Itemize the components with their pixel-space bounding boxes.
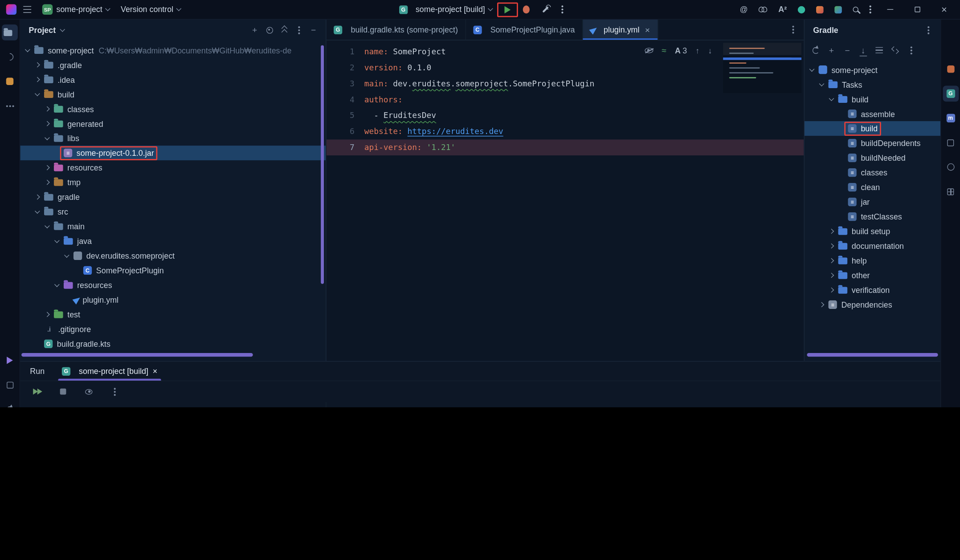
chevron-right-icon[interactable] — [829, 229, 834, 234]
project-tree-item-test[interactable]: test — [20, 307, 326, 322]
chevron-down-icon[interactable] — [819, 81, 825, 86]
chevron-right-icon[interactable] — [35, 62, 40, 68]
chevron-right-icon[interactable] — [829, 273, 834, 278]
main-menu-button[interactable] — [19, 4, 36, 15]
device-manager-button[interactable] — [943, 159, 959, 175]
chevron-down-icon[interactable] — [35, 208, 40, 214]
database-tool-button[interactable] — [943, 61, 959, 77]
project-options-button[interactable] — [291, 23, 306, 37]
project-tree-item-idea[interactable]: .idea — [20, 72, 326, 87]
gradle-attach-button[interactable]: + — [824, 43, 839, 57]
structure-tool-button[interactable] — [2, 73, 18, 89]
gradle-tree-item-documentation[interactable]: documentation — [805, 239, 940, 253]
project-tree-item-plugin-yml[interactable]: plugin.yml — [20, 292, 326, 307]
stop-button[interactable] — [56, 384, 70, 399]
project-tree-item-build-gradle-kts[interactable]: Gbuild.gradle.kts — [20, 337, 326, 351]
project-tree-item-resources[interactable]: resources — [20, 278, 326, 292]
debug-button[interactable] — [519, 3, 534, 16]
gradle-tree-item-build[interactable]: ≡build — [805, 121, 940, 136]
vcs-widget[interactable]: Version control — [116, 2, 185, 16]
chevron-down-icon[interactable] — [829, 96, 834, 101]
project-tree-item-gradle[interactable]: .gradle — [20, 57, 326, 72]
project-tree-item-main[interactable]: main — [20, 219, 326, 234]
reader-mode-icon[interactable] — [645, 48, 653, 53]
gradle-tree-item-clean[interactable]: ≡clean — [805, 180, 940, 195]
horizontal-scrollbar[interactable] — [21, 353, 253, 357]
project-tree-item-resources[interactable]: resources — [20, 160, 326, 175]
maven-tool-button[interactable]: m — [943, 110, 959, 126]
chevron-right-icon[interactable] — [829, 243, 834, 249]
gradle-tree-item-jar[interactable]: ≡jar — [805, 195, 940, 209]
close-button[interactable]: × — [932, 0, 956, 19]
code-line-5[interactable]: 5 - EruditesDev — [327, 108, 804, 124]
run-configuration-selector[interactable]: G some-project [build] — [395, 2, 497, 16]
plugin-button[interactable] — [830, 4, 846, 16]
build-tool-button[interactable] — [2, 402, 18, 408]
code-with-me-button[interactable] — [755, 4, 772, 15]
project-tree-item-libs[interactable]: libs — [20, 131, 326, 146]
show-passed-button[interactable] — [82, 384, 96, 399]
code-line-7[interactable]: 7api-version: '1.21' — [327, 139, 804, 155]
chevron-down-icon[interactable] — [45, 135, 50, 140]
line-number[interactable]: 5 — [327, 108, 355, 124]
commit-tool-button[interactable] — [2, 49, 18, 65]
project-tree-item-some-project[interactable]: some-projectC:₩Users₩admin₩Documents₩Git… — [20, 43, 326, 57]
hide-panel-button[interactable]: − — [306, 23, 321, 37]
minimap[interactable] — [723, 43, 801, 93]
gradle-tree-item-builddependents[interactable]: ≡buildDependents — [805, 136, 940, 150]
project-tree-item-build[interactable]: build — [20, 87, 326, 101]
code-line-4[interactable]: 4authors: — [327, 92, 804, 108]
line-number[interactable]: 7 — [327, 139, 355, 155]
app-logo-icon[interactable] — [6, 4, 16, 15]
add-button[interactable]: + — [247, 23, 262, 37]
gradle-tree-item-build[interactable]: build — [805, 92, 940, 106]
settings-menu-button[interactable] — [865, 6, 875, 13]
collapse-all-button[interactable] — [277, 23, 291, 37]
search-everywhere-button[interactable] — [849, 4, 863, 15]
project-tree-item-dev-erudites-someproject[interactable]: dev.erudites.someproject — [20, 248, 326, 263]
chevron-right-icon[interactable] — [45, 180, 50, 185]
project-tree-item-tmp[interactable]: tmp — [20, 175, 326, 190]
horizontal-scrollbar[interactable] — [807, 353, 938, 357]
gradle-tree-item-help[interactable]: help — [805, 253, 940, 268]
gradle-tree-item-verification[interactable]: verification — [805, 283, 940, 297]
chevron-down-icon[interactable] — [809, 66, 815, 72]
gradle-task-list-button[interactable] — [872, 43, 886, 57]
project-tree-item-gradle[interactable]: gradle — [20, 190, 326, 204]
chevron-down-icon[interactable] — [64, 252, 69, 258]
run-more-button[interactable] — [557, 6, 568, 13]
gradle-tree-item-some-project[interactable]: some-project — [805, 62, 940, 77]
dependencies-tool-button[interactable] — [943, 134, 959, 150]
line-number[interactable]: 3 — [327, 76, 355, 92]
project-tree-item-some-project-0-1-0-jar[interactable]: ≡some-project-0.1.0.jar — [20, 146, 326, 160]
chevron-down-icon[interactable] — [54, 238, 60, 243]
project-tree-item-src[interactable]: src — [20, 204, 326, 219]
line-number[interactable]: 2 — [327, 60, 355, 76]
gradle-detach-button[interactable]: − — [840, 43, 855, 57]
chevron-right-icon[interactable] — [45, 121, 50, 126]
inspections-widget[interactable]: A 3 — [675, 45, 687, 55]
run-button[interactable] — [500, 4, 515, 16]
chevron-down-icon[interactable] — [35, 91, 40, 96]
close-tab-icon[interactable]: × — [645, 25, 650, 35]
chevron-right-icon[interactable] — [819, 302, 825, 308]
editor-tab-build-gradle-kts-some-project[interactable]: Gbuild.gradle.kts (some-project) — [327, 20, 466, 40]
chevron-right-icon[interactable] — [45, 106, 50, 112]
gradle-tree-item-classes[interactable]: ≡classes — [805, 165, 940, 180]
project-widget[interactable]: SP some-project — [38, 2, 114, 17]
chevron-right-icon[interactable] — [45, 165, 50, 170]
gradle-options-button[interactable] — [921, 23, 935, 37]
chevron-right-icon[interactable] — [35, 195, 40, 200]
gradle-tree-item-build-setup[interactable]: build setup — [805, 224, 940, 239]
line-number[interactable]: 4 — [327, 92, 355, 108]
project-tree-item-someprojectplugin[interactable]: CSomeProjectPlugin — [20, 263, 326, 278]
gradle-tree-item-assemble[interactable]: ≡assemble — [805, 106, 940, 121]
line-number[interactable]: 1 — [327, 44, 355, 60]
editor-tab-plugin-yml[interactable]: plugin.yml× — [583, 20, 658, 40]
mentions-button[interactable]: @ — [735, 2, 752, 16]
console-output[interactable]: > Task :test NO-SOURCE> Task :check UP-T… — [327, 402, 941, 407]
prev-problem-icon[interactable]: ↑ — [695, 45, 699, 55]
project-tree-item-java[interactable]: java — [20, 234, 326, 248]
gradle-more-button[interactable] — [904, 43, 919, 57]
chevron-right-icon[interactable] — [829, 288, 834, 293]
